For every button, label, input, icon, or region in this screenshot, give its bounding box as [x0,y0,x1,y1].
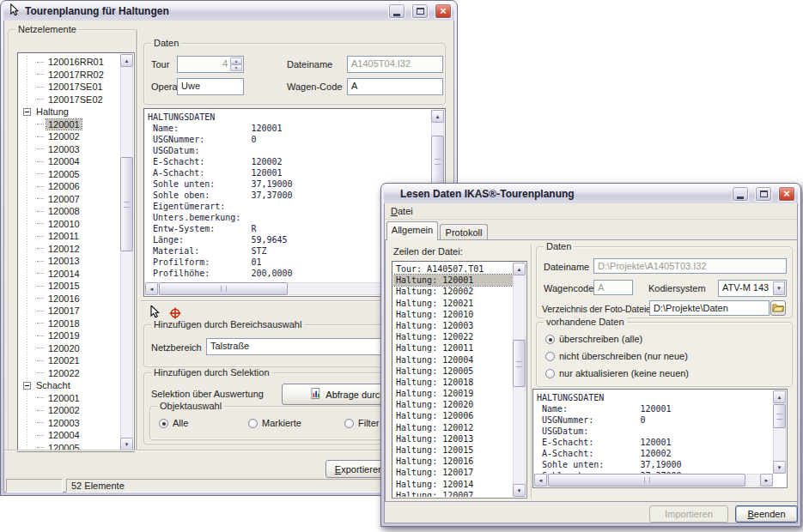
zeilen-list-item[interactable]: Haltung: 120019 [393,388,513,399]
tree-scrollbar[interactable]: ▲ ▼ [120,54,133,450]
zeilen-list-item[interactable]: Haltung: 120011 [393,342,513,354]
zeilen-list-item[interactable]: Haltung: 120018 [393,377,513,388]
fg-wagencode-field[interactable]: A [593,280,633,295]
radio-option[interactable]: Alle [159,418,248,428]
tree-item[interactable]: 120011 [20,230,119,243]
collapse-minus-icon[interactable] [23,382,31,390]
scroll-left-button[interactable]: ◄ [534,474,547,487]
bg-operator-field[interactable]: Uwe [177,78,244,95]
zeilen-list-item[interactable]: Haltung: 120014 [393,479,513,490]
tree-item[interactable]: 120015 [20,280,119,293]
scrollbar-thumb[interactable] [159,282,288,295]
tour-spinner[interactable]: ▲▼ [230,57,242,71]
radio-option[interactable]: nur aktualisieren (keine neuen) [545,368,689,378]
radio-option[interactable]: überschreiben (alle) [545,334,689,344]
beenden-button[interactable]: Beenden [735,505,798,523]
tree-item[interactable]: 120010 [20,218,119,231]
titlebar-tourenplanung[interactable]: Tourenplanung für Haltungen × [3,1,454,21]
scrollbar-thumb[interactable] [548,474,745,487]
tree-item[interactable]: 120014 [20,268,119,281]
zeilen-list-item[interactable]: Haltung: 120015 [393,444,513,456]
radio-option[interactable]: Filter [344,418,379,428]
tree-item[interactable]: 120002 [20,404,119,417]
tree-item[interactable]: 120007 [20,193,119,206]
zeilen-list-item[interactable]: Haltung: 120002 [393,286,513,297]
bg-tour-field[interactable]: 4 ▲▼ [177,56,244,73]
zeilen-list-item[interactable]: Haltung: 120016 [393,456,513,467]
scroll-down-button[interactable]: ▼ [773,461,786,474]
tree-node[interactable]: Haltung [20,106,119,118]
importieren-button[interactable]: Importieren [649,505,728,523]
scroll-right-button[interactable]: ► [760,474,773,487]
zeilen-list-item[interactable]: Haltung: 120007 [393,490,513,497]
tree-item[interactable]: 120017RR02 [20,69,119,82]
fg-haltungsdaten-box[interactable]: HALTUNGSDATEN Name: 120001 USGNummer: 0 … [532,389,788,488]
tab-protokoll[interactable]: Protokoll [440,224,488,240]
close-button[interactable]: × [435,3,452,19]
tree-item[interactable]: 120001 [20,118,119,131]
tree-item[interactable]: 120018 [20,317,119,330]
zeilen-list-item[interactable]: Haltung: 120012 [393,422,513,433]
tab-allgemein[interactable]: Allgemein [386,221,438,240]
tree-item[interactable]: 120020 [20,342,119,355]
zeilen-list-item[interactable]: Haltung: 120006 [393,410,513,421]
bg-dateiname-field[interactable]: A1405T04.I32 [347,56,443,73]
scroll-down-button[interactable]: ▼ [120,438,133,450]
zeilen-listbox[interactable]: Tour: A140507.T01Haltung: 120001Haltung:… [392,261,527,499]
tree-item[interactable]: 120017 [20,305,119,317]
zeilen-list-item[interactable]: Haltung: 120013 [393,433,513,444]
zeilen-list-item[interactable]: Haltung: 120017 [393,467,513,478]
tree-item[interactable]: 120019 [20,329,119,342]
kodiersystem-combo[interactable]: ATV-M 143 ▼ [718,280,787,297]
maximize-button[interactable] [411,3,429,19]
scrollbar-thumb[interactable] [431,136,444,187]
collapse-minus-icon[interactable] [23,108,31,116]
tree-item[interactable]: 120005 [20,168,119,181]
tree-node[interactable]: Schacht [20,379,119,392]
scroll-up-button[interactable]: ▲ [120,54,133,67]
tree-item[interactable]: 120017SE02 [20,94,119,106]
zeilen-list-item[interactable]: Haltung: 120003 [393,320,513,331]
bg-wagencode-field[interactable]: A [347,78,443,95]
scroll-down-button[interactable]: ▼ [513,484,526,497]
spin-up-icon[interactable]: ▲ [230,57,242,64]
maximize-button[interactable] [755,186,772,202]
fg-dateiname-field[interactable]: D:\Projekte\A1405T03.I32 [593,258,787,274]
fg-haltungsdaten-hscrollbar[interactable]: ◄ ► [534,474,773,487]
scroll-up-button[interactable]: ▲ [513,263,526,275]
fg-haltungsdaten-vscrollbar[interactable]: ▲ ▼ [773,390,786,474]
scrollbar-thumb[interactable] [513,340,526,387]
tree-item[interactable]: 120001 [20,392,119,405]
tree-item[interactable]: 120004 [20,155,119,168]
tree-item[interactable]: 120003 [20,143,119,156]
radio-option[interactable]: Markierte [248,418,344,428]
zeilen-scrollbar[interactable]: ▲ ▼ [513,263,526,497]
tree-item[interactable]: 120016RR01 [20,56,119,69]
foto-browse-button[interactable] [770,300,786,316]
tree-item[interactable]: 120022 [20,367,119,380]
zeilen-list-item[interactable]: Haltung: 120010 [393,309,513,320]
menu-datei[interactable]: Datei [391,206,413,216]
spin-down-icon[interactable]: ▼ [230,64,242,71]
zeilen-list-item[interactable]: Haltung: 120001 [393,275,513,286]
tree-item[interactable]: 120006 [20,180,119,193]
zeilen-list-item[interactable]: Haltung: 120005 [393,366,513,377]
scroll-up-button[interactable]: ▲ [773,390,786,403]
close-button[interactable]: × [778,186,795,202]
tree-item[interactable]: 120021 [20,354,119,367]
scrollbar-thumb[interactable] [773,404,786,428]
scroll-left-button[interactable]: ◄ [145,282,158,295]
scroll-up-button[interactable]: ▲ [431,110,444,123]
zeilen-list-item[interactable]: Haltung: 120021 [393,298,513,309]
tree-item[interactable]: 120016 [20,293,119,305]
tree-item[interactable]: 120003 [20,417,119,430]
tree-item[interactable]: 120005 [20,442,119,450]
tree-item[interactable]: 120012 [20,243,119,256]
minimize-button[interactable] [732,186,749,202]
scrollbar-thumb[interactable] [120,157,133,251]
tree-item[interactable]: 120013 [20,255,119,268]
chevron-down-icon[interactable]: ▼ [773,281,785,295]
zeilen-list-item[interactable]: Tour: A140507.T01 [393,263,513,275]
radio-option[interactable]: nicht überschreiben (nur neue) [545,351,689,361]
minimize-button[interactable] [388,3,405,19]
